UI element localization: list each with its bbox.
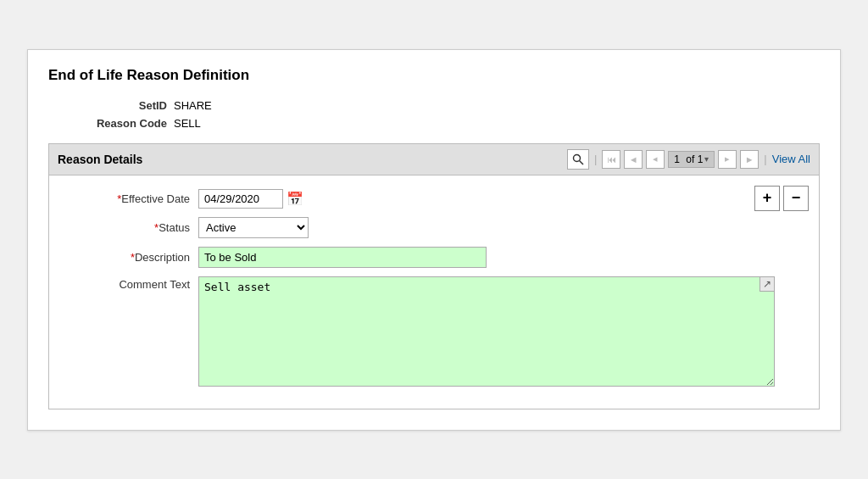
- setid-value: SHARE: [174, 99, 212, 112]
- comment-label: Comment Text: [63, 276, 190, 291]
- effective-date-row: *Effective Date 📅: [63, 189, 805, 209]
- page-current: 1: [674, 153, 680, 165]
- nav-first-button[interactable]: ⏮: [602, 150, 620, 169]
- page-indicator: 1 of 1 ▾: [668, 151, 715, 168]
- setid-label: SetID: [48, 99, 167, 112]
- page-of: [682, 153, 684, 165]
- page-container: End of Life Reason Definition SetID SHAR…: [27, 49, 841, 431]
- section-header: Reason Details | ⏮ ◄ ◂ 1 of 1 ▾ ▸ ► | Vi…: [48, 143, 820, 175]
- reason-code-label: Reason Code: [48, 117, 167, 130]
- nav-prev-button[interactable]: ◂: [646, 150, 665, 169]
- expand-icon[interactable]: ↗: [760, 276, 775, 292]
- calendar-icon[interactable]: 📅: [287, 191, 303, 207]
- description-input[interactable]: [198, 247, 487, 268]
- status-label-text: Status: [159, 221, 190, 234]
- remove-row-button[interactable]: −: [783, 186, 809, 211]
- action-buttons: + −: [754, 186, 809, 211]
- pipe-2: |: [764, 153, 766, 165]
- nav-next-button[interactable]: ▸: [718, 150, 737, 169]
- date-input-wrapper: 📅: [198, 189, 303, 209]
- status-row: *Status Active Inactive: [63, 217, 805, 238]
- search-icon: [572, 153, 584, 165]
- description-row: *Description: [63, 247, 805, 268]
- setid-row: SetID SHARE: [48, 99, 820, 112]
- status-select[interactable]: Active Inactive: [198, 217, 309, 238]
- comment-textarea[interactable]: [198, 276, 775, 387]
- nav-next-next-button[interactable]: ►: [740, 150, 759, 169]
- section-title: Reason Details: [58, 153, 142, 166]
- description-label: *Description: [63, 251, 190, 264]
- pipe-1: |: [594, 153, 597, 165]
- svg-point-0: [573, 154, 580, 161]
- nav-controls: | ⏮ ◄ ◂ 1 of 1 ▾ ▸ ► | View All: [567, 149, 810, 170]
- section-body: + − *Effective Date 📅 *Status Active Ina…: [48, 175, 820, 409]
- search-button[interactable]: [567, 149, 589, 170]
- nav-prev-prev-button[interactable]: ◄: [624, 150, 643, 169]
- view-all-link[interactable]: View All: [772, 153, 810, 165]
- page-of-label: of 1: [686, 153, 703, 165]
- reason-code-value: SELL: [174, 117, 201, 130]
- reason-code-row: Reason Code SELL: [48, 117, 820, 130]
- page-title: End of Life Reason Definition: [48, 67, 820, 84]
- comment-wrapper: ↗: [198, 276, 775, 387]
- effective-date-label-text: Effective Date: [121, 192, 190, 205]
- effective-date-label: *Effective Date: [63, 192, 190, 205]
- pagination-dropdown-arrow[interactable]: ▾: [704, 154, 709, 164]
- svg-line-1: [579, 160, 583, 164]
- comment-row: Comment Text ↗: [63, 276, 805, 387]
- effective-date-input[interactable]: [198, 189, 283, 209]
- description-label-text: Description: [135, 251, 190, 264]
- status-label: *Status: [63, 221, 190, 234]
- add-row-button[interactable]: +: [754, 186, 780, 211]
